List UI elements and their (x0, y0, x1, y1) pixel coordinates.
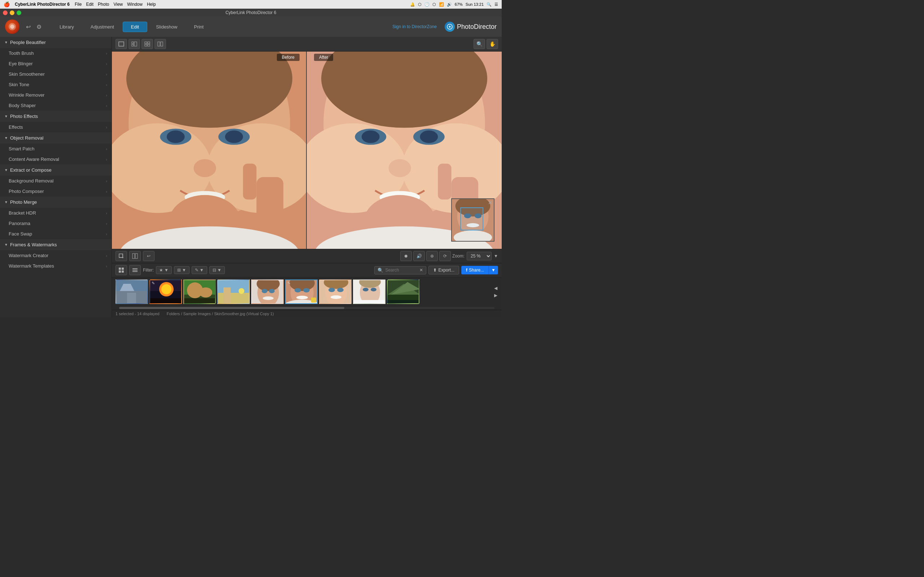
svg-rect-65 (127, 293, 136, 304)
section-extract-compose[interactable]: ▼ Extract or Compose (0, 164, 111, 176)
filter-stars-button[interactable]: ★ ▼ (156, 266, 172, 274)
rotate-button[interactable]: ⟳ (439, 251, 451, 261)
compare-view-button[interactable] (155, 39, 166, 49)
filmstrip: ✎ (112, 277, 502, 306)
crop-button[interactable] (115, 251, 127, 261)
menu-view[interactable]: View (113, 2, 123, 7)
sidebar-item-bracket-hdr[interactable]: Bracket HDR › (0, 208, 111, 218)
audio-button[interactable]: 🔊 (413, 251, 425, 261)
settings-button[interactable]: ⚙ (35, 22, 43, 32)
search-input[interactable] (385, 268, 418, 272)
menu-help[interactable]: Help (147, 2, 156, 7)
filmstrip-thumb-6-selected[interactable]: ✎ (285, 279, 318, 304)
filter-color-button[interactable]: ✎ ▼ (192, 266, 207, 274)
sign-in-link[interactable]: Sign in to DirectorZone (393, 24, 437, 29)
filmstrip-scrollbar[interactable] (119, 307, 494, 309)
filmstrip-thumb-3[interactable] (183, 279, 216, 304)
share-dropdown-button[interactable]: ▼ (489, 266, 498, 274)
section-photo-merge[interactable]: ▼ Photo Merge (0, 197, 111, 208)
undo-button[interactable]: ↩ (143, 251, 155, 261)
close-button[interactable] (3, 10, 8, 15)
maximize-button[interactable] (16, 10, 21, 15)
svg-rect-5 (145, 42, 147, 44)
filmstrip-prev-button[interactable]: ◀ (493, 285, 498, 292)
tab-adjustment[interactable]: Adjustment (82, 22, 122, 32)
grid-view-button[interactable] (142, 39, 153, 49)
sidebar-item-effects[interactable]: Effects › (0, 122, 111, 132)
back-button[interactable]: ↩ (24, 22, 32, 32)
apple-menu[interactable]: 🍎 (3, 2, 10, 7)
sidebar-item-photo-composer[interactable]: Photo Composer › (0, 186, 111, 197)
svg-rect-25 (257, 177, 284, 222)
filmstrip-list-button[interactable] (129, 265, 141, 275)
section-people-beautifier[interactable]: ▼ People Beautifier (0, 37, 111, 48)
svg-point-16 (167, 131, 185, 143)
sidebar-item-face-swap[interactable]: Face Swap › (0, 229, 111, 239)
section-photo-effects[interactable]: ▼ Photo Effects (0, 111, 111, 122)
menu-photo[interactable]: Photo (98, 2, 109, 7)
filmstrip-thumb-9[interactable] (387, 279, 419, 304)
filter-extra-button[interactable]: ⊟ ▼ (209, 266, 225, 274)
sidebar-item-panorama[interactable]: Panorama › (0, 218, 111, 229)
section-frames-watermarks[interactable]: ▼ Frames & Watermarks (0, 239, 111, 250)
search-button[interactable]: 🔍 (473, 39, 485, 49)
filmstrip-thumb-1[interactable] (115, 279, 148, 304)
menu-file[interactable]: File (75, 2, 82, 7)
filmstrip-thumb-8[interactable] (353, 279, 386, 304)
svg-point-79 (239, 288, 244, 294)
adjust-button[interactable]: ⊕ (426, 251, 438, 261)
photo-controls: ↩ ⏺ 🔊 ⊕ ⟳ Zoom: 25 % 50 % 100 % Fit ▼ (112, 249, 502, 263)
notification-icon: 🔔 (410, 2, 415, 7)
filmstrip-thumb-7[interactable] (319, 279, 352, 304)
filter-flag-button[interactable]: ⊞ ▼ (174, 266, 189, 274)
tab-print[interactable]: Print (186, 22, 212, 32)
filmstrip-grid-button[interactable] (115, 265, 127, 275)
sidebar-item-wrinkle-remover[interactable]: Wrinkle Remover › (0, 90, 111, 100)
menu-extra-icon[interactable]: ☰ (494, 2, 498, 7)
sidebar-item-content-aware[interactable]: Content Aware Removal › (0, 154, 111, 164)
single-view-button[interactable] (115, 39, 127, 49)
record-button[interactable]: ⏺ (400, 251, 412, 261)
thumbnail-view-button[interactable] (129, 39, 140, 49)
sidebar-item-skin-tone[interactable]: Skin Tone › (0, 79, 111, 90)
svg-rect-4 (132, 44, 134, 46)
search-menubar-icon[interactable]: 🔍 (486, 2, 492, 7)
filmstrip-next-button[interactable]: ▶ (493, 292, 498, 298)
search-clear-button[interactable]: ✕ (419, 268, 423, 272)
minimize-button[interactable] (10, 10, 15, 15)
arrow-icon: › (106, 103, 107, 108)
menu-app-name[interactable]: CyberLink PhotoDirector 6 (15, 2, 69, 7)
zoom-select[interactable]: 25 % 50 % 100 % Fit (467, 252, 492, 260)
wifi-icon: 📶 (439, 2, 444, 7)
file-path: Folders / Sample Images / SkinSmoother.j… (167, 311, 274, 316)
sidebar-item-tooth-brush[interactable]: Tooth Brush › (0, 48, 111, 58)
svg-rect-1 (119, 42, 124, 46)
sidebar-item-background-removal[interactable]: Background Removal › (0, 176, 111, 186)
sidebar-item-smart-patch[interactable]: Smart Patch › (0, 143, 111, 154)
battery-label: 67% (455, 2, 463, 6)
zoom-dropdown-icon: ▼ (494, 253, 498, 259)
share-button[interactable]: f Share... (461, 266, 489, 274)
split-view-ctrl-button[interactable] (129, 251, 141, 261)
sidebar-item-skin-smoothener[interactable]: Skin Smoothener › (0, 69, 111, 79)
export-button[interactable]: ⬆ Export... (428, 266, 459, 274)
filmstrip-thumb-2[interactable]: ✎ (149, 279, 182, 304)
filmstrip-thumb-4[interactable] (217, 279, 250, 304)
sidebar-item-watermark-templates[interactable]: Watermark Templates › (0, 261, 111, 271)
sidebar-item-watermark-creator[interactable]: Watermark Creator › (0, 250, 111, 261)
section-people-beautifier-label: People Beautifier (10, 40, 46, 45)
nav-tabs: Library Adjustment Edit Slideshow Print (52, 22, 387, 32)
sidebar-item-body-shaper[interactable]: Body Shaper › (0, 100, 111, 111)
section-object-removal[interactable]: ▼ Object Removal (0, 132, 111, 143)
thumbnail-close-button[interactable]: ✕ (488, 200, 492, 206)
svg-point-83 (262, 289, 267, 293)
menu-window[interactable]: Window (127, 2, 142, 7)
sidebar-item-eye-blinger[interactable]: Eye Blinger › (0, 58, 111, 69)
tab-edit[interactable]: Edit (123, 22, 147, 32)
tab-slideshow[interactable]: Slideshow (148, 22, 185, 32)
edit-indicator-selected: ✎ (287, 281, 291, 285)
filmstrip-thumb-5[interactable] (251, 279, 284, 304)
tab-library[interactable]: Library (52, 22, 82, 32)
menu-edit[interactable]: Edit (86, 2, 94, 7)
hand-tool-button[interactable]: ✋ (486, 39, 498, 49)
